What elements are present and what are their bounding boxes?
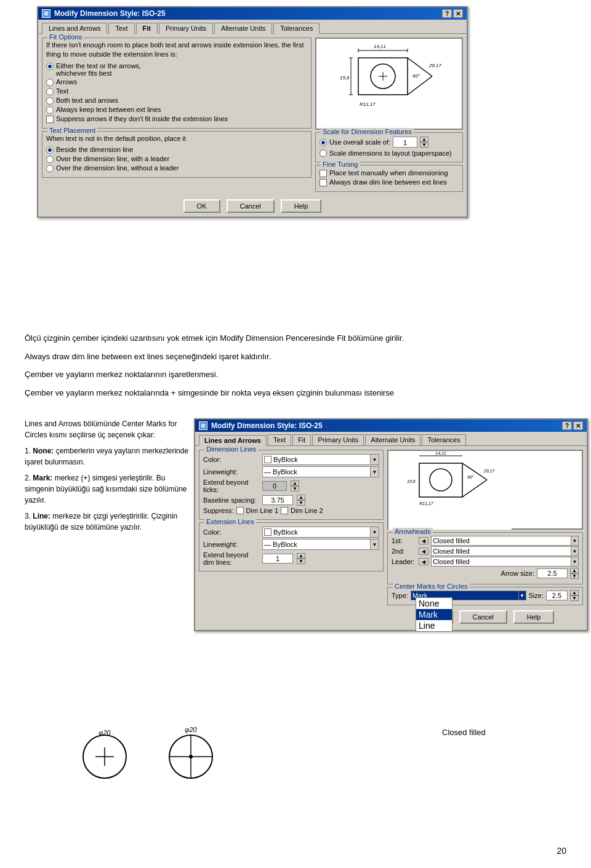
bottom-close-btn[interactable]: ✕	[573, 421, 583, 430]
bd-tab-lines-arrows[interactable]: Lines and Arrows	[199, 435, 267, 446]
bd-tab-text[interactable]: Text	[268, 434, 291, 445]
bd-lineweight-row: Lineweight: — ByBlock ▼	[203, 466, 379, 477]
ah-size-up[interactable]: ▲	[570, 568, 579, 573]
bottom-titlebar-buttons: ? ✕	[562, 421, 583, 430]
tab-tolerances[interactable]: Tolerances	[273, 23, 320, 34]
cm-dropdown-none[interactable]: None	[416, 598, 452, 609]
scale-up-arrow[interactable]: ▲	[420, 137, 428, 142]
bd-tab-fit[interactable]: Fit	[292, 434, 311, 445]
bd-extend-down[interactable]: ▼	[291, 486, 299, 492]
scale-down-arrow[interactable]: ▼	[420, 142, 428, 148]
scale-value-input[interactable]: 1	[393, 137, 417, 148]
tab-alternate-units[interactable]: Alternate Units	[214, 23, 272, 34]
ft-opt1-check[interactable]	[320, 170, 327, 177]
use-overall-scale-row: Use overall scale of: 1 ▲ ▼	[320, 137, 459, 148]
ah-size-down[interactable]: ▼	[570, 573, 579, 579]
ft-opt2-check[interactable]	[320, 179, 327, 186]
tp-opt1-radio[interactable]	[46, 146, 54, 154]
bd-baseline-input[interactable]: 3.75	[262, 495, 293, 505]
tp-opt2-radio[interactable]	[46, 156, 54, 163]
fit-opt5[interactable]: Always keep text between ext lines	[46, 106, 307, 114]
fit-opt3-radio[interactable]	[46, 88, 54, 95]
fit-opt2[interactable]: Arrows	[46, 78, 307, 86]
bd-ext-beyond-down[interactable]: ▼	[297, 559, 305, 564]
ft-opt2[interactable]: Always draw dim line between ext lines	[320, 178, 459, 186]
ft-opt1[interactable]: Place text manually when dimensioning	[320, 169, 459, 177]
bd-ext-beyond-up[interactable]: ▲	[297, 553, 305, 559]
help-titlebar-btn[interactable]: ?	[442, 9, 452, 18]
fit-suppress-check[interactable]	[46, 116, 54, 123]
scale-dim-radio[interactable]	[320, 149, 327, 157]
fit-opt3[interactable]: Text	[46, 87, 307, 95]
tp-opt2[interactable]: Over the dimension line, with a leader	[46, 155, 307, 163]
ah-2nd-value: Closed filled	[433, 547, 470, 555]
top-ok-btn[interactable]: OK	[183, 199, 220, 213]
bd-tab-primary-units[interactable]: Primary Units	[312, 434, 364, 445]
fit-opt2-radio[interactable]	[46, 79, 54, 86]
text-placement-group: Text Placement When text is not in the d…	[42, 131, 312, 178]
cm-size-input[interactable]: 2.5	[546, 591, 568, 600]
bd-ext-color-select[interactable]: ByBlock ▼	[262, 527, 379, 538]
fit-opt2-label: Arrows	[56, 78, 77, 86]
ah-1st-arrow[interactable]: ▼	[571, 536, 578, 545]
bd-color-arrow[interactable]: ▼	[370, 455, 379, 464]
top-cancel-btn[interactable]: Cancel	[227, 199, 275, 213]
bd-dimline2-check[interactable]	[281, 507, 288, 514]
fit-options-desc: If there isn't enough room to place both…	[46, 41, 307, 60]
fit-opt1[interactable]: Either the text or the arrows,whichever …	[46, 62, 307, 77]
cm-dropdown-line[interactable]: Line	[416, 620, 452, 631]
tab-text[interactable]: Text	[108, 23, 134, 34]
tab-primary-units[interactable]: Primary Units	[159, 23, 213, 34]
cm-size-up[interactable]: ▲	[570, 590, 579, 595]
cm-size-down[interactable]: ▼	[570, 595, 579, 601]
fit-opt1-radio[interactable]	[46, 63, 54, 70]
ah-1st-select[interactable]: Closed filled ▼	[431, 536, 579, 546]
bd-dimline1-check[interactable]	[236, 507, 244, 514]
cm-dropdown[interactable]: None Mark Line	[416, 597, 452, 632]
left-item-1-bold: None:	[33, 447, 54, 455]
bd-help-btn[interactable]: Help	[513, 610, 555, 624]
ah-size-input[interactable]: 2.5	[537, 568, 568, 578]
ah-2nd-select[interactable]: Closed filled ▼	[431, 546, 579, 556]
fit-opt5-radio[interactable]	[46, 106, 54, 114]
bd-color-select[interactable]: ByBlock ▼	[262, 454, 379, 465]
fit-opt4[interactable]: Both text and arrows	[46, 97, 307, 105]
bottom-help-btn[interactable]: ?	[562, 421, 572, 430]
scale-spinners: ▲ ▼	[420, 137, 428, 148]
tp-opt3[interactable]: Over the dimension line, without a leade…	[46, 164, 307, 172]
bd-ext-color-arrow[interactable]: ▼	[370, 527, 379, 537]
bd-color-row: Color: ByBlock ▼	[203, 454, 379, 465]
fit-suppress[interactable]: Suppress arrows if they don't fit inside…	[46, 115, 307, 123]
bd-ext-lines-title: Extension Lines	[204, 518, 256, 525]
ah-2nd-arrow[interactable]: ▼	[571, 547, 578, 555]
bd-ext-lineweight-select[interactable]: — ByBlock ▼	[262, 539, 379, 550]
bd-tab-tolerances[interactable]: Tolerances	[422, 434, 465, 445]
bd-baseline-down[interactable]: ▼	[297, 500, 305, 506]
ah-leader-select[interactable]: Closed filled ▼	[431, 557, 579, 567]
bd-ext-beyond-input[interactable]: 1	[262, 554, 293, 563]
use-overall-radio[interactable]	[320, 139, 327, 146]
tp-opt1[interactable]: Beside the dimension line	[46, 146, 307, 154]
svg-rect-18	[388, 451, 512, 530]
close-titlebar-btn[interactable]: ✕	[453, 9, 463, 18]
bd-extend-up[interactable]: ▲	[291, 480, 299, 486]
bd-ext-lineweight-arrow[interactable]: ▼	[370, 540, 379, 549]
top-help-btn[interactable]: Help	[281, 199, 322, 213]
bd-cancel-btn[interactable]: Cancel	[459, 610, 507, 624]
ah-leader-arrow[interactable]: ▼	[571, 557, 578, 566]
tab-fit[interactable]: Fit	[136, 23, 158, 34]
cm-type-arrow[interactable]: ▼	[518, 591, 526, 600]
left-item-2-bold: Mark:	[33, 474, 52, 482]
fit-opt4-radio[interactable]	[46, 97, 54, 105]
fit-opt3-label: Text	[56, 87, 68, 95]
left-intro: Lines and Arrows bölümünde Center Marks …	[25, 418, 191, 440]
bd-tab-alt-units[interactable]: Alternate Units	[365, 434, 420, 445]
tp-opt3-radio[interactable]	[46, 165, 54, 172]
bd-baseline-up[interactable]: ▲	[297, 495, 305, 500]
bd-color-label: Color:	[203, 456, 259, 463]
bd-lineweight-arrow[interactable]: ▼	[370, 467, 379, 477]
tab-lines-arrows[interactable]: Lines and Arrows	[42, 23, 107, 34]
bd-lineweight-select[interactable]: — ByBlock ▼	[262, 466, 379, 477]
bd-extend-ticks-input[interactable]: 0	[262, 481, 287, 491]
cm-dropdown-mark[interactable]: Mark	[416, 609, 452, 620]
